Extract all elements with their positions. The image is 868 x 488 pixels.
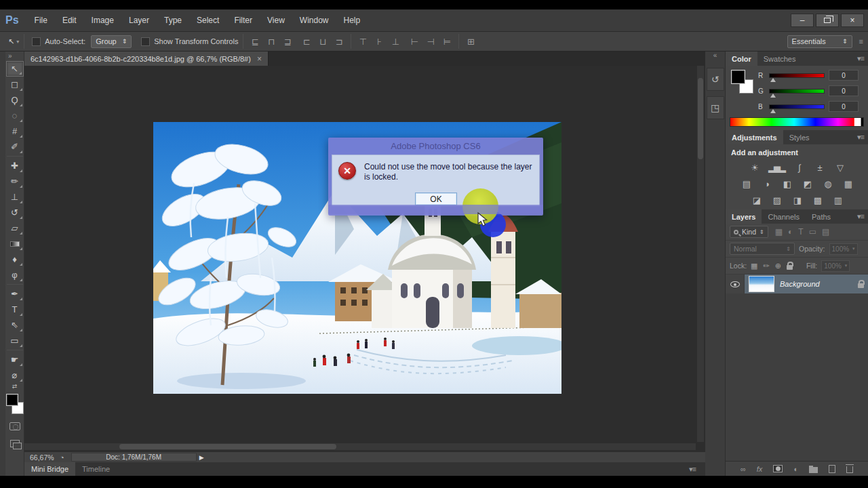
gradient-map-icon[interactable]: ▩: [811, 195, 823, 205]
dialog-title[interactable]: Adobe Photoshop CS6: [328, 138, 543, 155]
canvas-area[interactable]: Adobe Photoshop CS6 ✕ Could not use the …: [24, 66, 705, 451]
opacity-field[interactable]: 100% ▾: [829, 243, 858, 255]
tab-close-icon[interactable]: ×: [257, 54, 262, 64]
ok-button[interactable]: OK: [415, 192, 457, 205]
auto-select-checkbox[interactable]: [32, 37, 41, 46]
green-slider[interactable]: [769, 89, 825, 94]
lock-image-pixels-icon[interactable]: ✏: [764, 262, 770, 270]
channel-mixer-icon[interactable]: ◍: [821, 179, 833, 189]
auto-align-layers-icon[interactable]: ⊞: [464, 37, 477, 47]
eraser-tool[interactable]: ▱: [6, 220, 24, 236]
adjustments-panel-menu-icon[interactable]: ▾≡: [857, 133, 868, 142]
selected-layer[interactable]: Background: [745, 274, 868, 293]
menu-image[interactable]: Image: [84, 16, 121, 25]
filter-adjustment-layers-icon[interactable]: ◐: [788, 227, 793, 237]
exposure-icon[interactable]: ±: [813, 163, 825, 173]
eyedropper-tool[interactable]: ✐: [6, 139, 24, 155]
foreground-color-swatch[interactable]: [731, 70, 745, 84]
quick-mask-icon[interactable]: [9, 422, 20, 430]
bottom-panel-menu-icon[interactable]: ▾≡: [689, 465, 705, 474]
zoom-tool[interactable]: ⌀: [6, 367, 24, 383]
menu-window[interactable]: Window: [292, 16, 336, 25]
blue-slider-thumb[interactable]: [770, 109, 776, 113]
layer-visibility-toggle[interactable]: [726, 274, 745, 293]
posterize-icon[interactable]: ▨: [770, 195, 783, 205]
align-vertical-centers-icon[interactable]: ⊓: [264, 37, 278, 47]
minimize-button[interactable]: –: [791, 14, 814, 27]
distribute-left-edges-icon[interactable]: ⊢: [408, 37, 421, 47]
align-left-edges-icon[interactable]: ⊏: [300, 37, 313, 47]
threshold-icon[interactable]: ◨: [791, 195, 803, 205]
properties-panel-button[interactable]: ◳: [707, 96, 724, 119]
tab-adjustments[interactable]: Adjustments: [726, 130, 783, 144]
path-selection-tool[interactable]: ⇖: [6, 317, 24, 333]
workspace-dropdown[interactable]: Essentials ⇕: [787, 35, 852, 48]
options-panel-menu-icon[interactable]: ≡: [852, 37, 868, 45]
menu-file[interactable]: File: [27, 16, 55, 25]
crop-tool[interactable]: #: [6, 123, 24, 139]
vertical-scrollbar[interactable]: [697, 66, 704, 442]
foreground-color-swatch[interactable]: [6, 394, 18, 406]
close-button[interactable]: ×: [841, 14, 864, 27]
vibrance-icon[interactable]: ▽: [833, 163, 846, 173]
tab-swatches[interactable]: Swatches: [757, 52, 802, 66]
healing-brush-tool[interactable]: ✚: [6, 158, 24, 174]
hand-tool[interactable]: ☛: [6, 352, 24, 367]
menu-type[interactable]: Type: [157, 16, 189, 25]
filter-type-layers-icon[interactable]: T: [798, 227, 803, 237]
scrollbar-thumb[interactable]: [698, 78, 703, 159]
invert-icon[interactable]: ◪: [750, 195, 762, 205]
add-layer-mask-icon[interactable]: [773, 465, 783, 472]
blue-slider[interactable]: [769, 104, 825, 109]
filter-smart-objects-icon[interactable]: ▤: [822, 227, 829, 237]
blend-mode-dropdown[interactable]: Normal ⇕: [730, 243, 795, 255]
lock-position-icon[interactable]: ⊕: [775, 262, 781, 270]
red-slider[interactable]: [769, 73, 825, 78]
rectangular-marquee-tool[interactable]: ◻: [6, 77, 24, 92]
swap-colors-icon[interactable]: ⇄: [12, 383, 18, 392]
curves-icon[interactable]: ∫: [793, 163, 805, 173]
blur-tool[interactable]: ♦: [6, 251, 24, 267]
selective-color-icon[interactable]: ▥: [831, 195, 844, 205]
menu-filter[interactable]: Filter: [226, 16, 260, 25]
fill-field[interactable]: 100% ▾: [821, 260, 850, 272]
lasso-tool[interactable]: Ϙ: [6, 92, 24, 108]
distribute-vertical-centers-icon[interactable]: ⊦: [372, 37, 386, 47]
auto-select-target-dropdown[interactable]: Group ⇕: [91, 35, 132, 48]
document-size-field[interactable]: Doc: 1,76M/1,76M: [71, 453, 197, 462]
tab-styles[interactable]: Styles: [783, 130, 816, 144]
filter-pixel-layers-icon[interactable]: ▦: [775, 227, 783, 237]
restore-button[interactable]: [816, 14, 839, 27]
layer-thumbnail[interactable]: [749, 276, 774, 292]
menu-view[interactable]: View: [260, 16, 292, 25]
tab-paths[interactable]: Paths: [806, 209, 837, 224]
menu-select[interactable]: Select: [189, 16, 226, 25]
scrollbar-thumb[interactable]: [119, 444, 336, 449]
layer-style-icon[interactable]: fx: [757, 465, 763, 473]
quick-selection-tool[interactable]: ◌: [6, 108, 24, 123]
status-expand-icon[interactable]: ▶: [199, 454, 204, 461]
new-group-icon[interactable]: [809, 467, 818, 473]
new-adjustment-layer-icon[interactable]: ◐: [793, 465, 798, 473]
tab-channels[interactable]: Channels: [762, 209, 805, 224]
menu-layer[interactable]: Layer: [121, 16, 157, 25]
align-bottom-edges-icon[interactable]: ⊒: [281, 37, 294, 47]
menu-help[interactable]: Help: [336, 16, 368, 25]
align-top-edges-icon[interactable]: ⊑: [248, 37, 262, 47]
horizontal-scrollbar[interactable]: [24, 443, 696, 450]
layer-name[interactable]: Background: [780, 280, 852, 288]
red-value-field[interactable]: 0: [829, 70, 859, 81]
color-balance-icon[interactable]: ◑: [760, 179, 772, 189]
tab-layers[interactable]: Layers: [726, 209, 762, 224]
zoom-level-field[interactable]: 66,67%: [24, 453, 60, 462]
tab-timeline[interactable]: Timeline: [75, 462, 117, 476]
screen-mode-icon[interactable]: [10, 440, 20, 447]
filter-kind-dropdown[interactable]: Kind ⇕: [730, 226, 768, 238]
gradient-tool[interactable]: [6, 236, 24, 251]
color-panel-menu-icon[interactable]: ▾≡: [857, 54, 868, 63]
delete-layer-icon[interactable]: [846, 466, 853, 473]
distribute-bottom-edges-icon[interactable]: ⊥: [389, 37, 402, 47]
color-spectrum-ramp[interactable]: [730, 117, 864, 127]
tab-mini-bridge[interactable]: Mini Bridge: [24, 462, 75, 476]
tools-collapse-icon[interactable]: »: [5, 52, 12, 61]
